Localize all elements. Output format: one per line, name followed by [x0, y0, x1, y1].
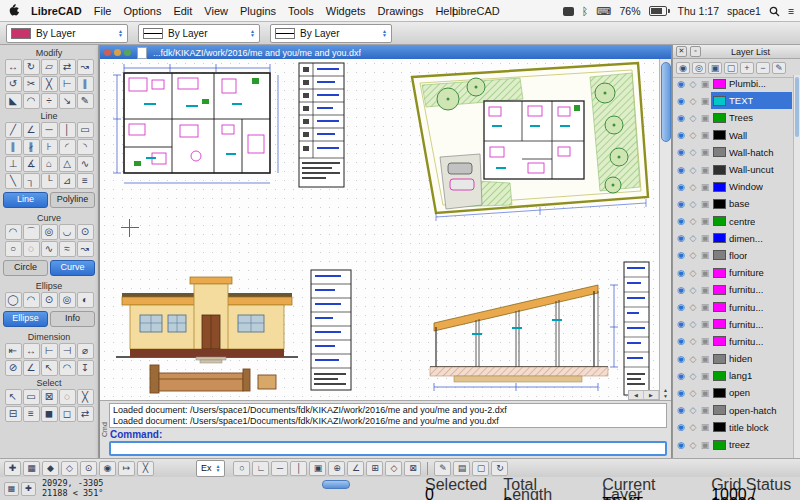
ortho-grid-icon[interactable]: ⊠	[404, 461, 421, 476]
spline-icon[interactable]: ∿	[41, 241, 58, 257]
print-preview-icon[interactable]: ▤	[453, 461, 470, 476]
menu-widgets[interactable]: Widgets	[320, 5, 372, 17]
arc-concentric-icon[interactable]: ◎	[41, 224, 58, 240]
snap-center-icon[interactable]: ⊙	[80, 461, 97, 476]
layer-color-swatch[interactable]	[713, 388, 726, 398]
layer-lock-icon[interactable]: ▣	[699, 440, 711, 450]
snap-distance-icon[interactable]: ↦	[118, 461, 135, 476]
bevel-icon[interactable]: ◣	[5, 93, 22, 109]
line-bisector-icon[interactable]: ⊦	[41, 139, 58, 155]
layer-color-swatch[interactable]	[713, 130, 726, 140]
layer-visibility-icon[interactable]: ◉	[675, 268, 687, 278]
dim-horizontal-icon[interactable]: ⊢	[41, 343, 58, 359]
select-intersected-icon[interactable]: ╳	[77, 389, 94, 405]
combo-arrows-icon[interactable]: ▲▼	[250, 29, 255, 37]
modify-layer-icon[interactable]: ✎	[772, 62, 786, 74]
vertical-scrollbar-arrows[interactable]: ▲▼	[660, 387, 671, 399]
layer-construction-icon[interactable]: ◇	[687, 233, 699, 243]
layer-lock-icon[interactable]: ▣	[699, 371, 711, 381]
select-layer-icon[interactable]: ≡	[23, 406, 40, 422]
move-rotate-icon[interactable]: ↝	[77, 59, 94, 75]
hide-all-layers-icon[interactable]: ◎	[692, 62, 706, 74]
draft-mode-icon[interactable]: ▢	[472, 461, 489, 476]
layer-row[interactable]: ◉◇▣hiden	[673, 350, 793, 367]
layer-row[interactable]: ◉◇▣open	[673, 384, 793, 401]
window-close-button[interactable]	[104, 49, 111, 56]
layer-visibility-icon[interactable]: ◉	[675, 388, 687, 398]
pen-color-combo[interactable]: By Layer▲▼	[6, 24, 128, 43]
line-angle-icon[interactable]: ∠	[23, 122, 40, 138]
line-horizontal-icon[interactable]: ─	[41, 122, 58, 138]
restrict-orthogonal-icon[interactable]: ∟	[252, 461, 269, 476]
layer-color-swatch[interactable]	[713, 165, 726, 175]
layer-color-swatch[interactable]	[713, 216, 726, 226]
layer-lock-icon[interactable]: ▣	[699, 285, 711, 295]
pen-width-combo[interactable]: By Layer▲▼	[138, 24, 260, 43]
layer-lock-icon[interactable]: ▣	[699, 96, 711, 106]
layer-color-swatch[interactable]	[713, 79, 726, 89]
layer-visibility-icon[interactable]: ◉	[675, 405, 687, 415]
divide-icon[interactable]: ÷	[41, 93, 58, 109]
trim-icon[interactable]: ✂	[23, 76, 40, 92]
layer-lock-icon[interactable]: ▣	[699, 354, 711, 364]
dim-vertical-icon[interactable]: ⊣	[59, 343, 76, 359]
layer-color-swatch[interactable]	[713, 422, 726, 432]
layer-color-swatch[interactable]	[713, 250, 726, 260]
spline-points-icon[interactable]: ≈	[59, 241, 76, 257]
ellipse-foci-icon[interactable]: ⊙	[41, 292, 58, 308]
layer-lock-icon[interactable]: ▣	[699, 405, 711, 415]
layer-construction-icon[interactable]: ◇	[687, 371, 699, 381]
layer-construction-icon[interactable]: ◇	[687, 113, 699, 123]
snap-indicator-icon[interactable]: ✚	[21, 482, 36, 496]
layer-row[interactable]: ◉◇▣Plumbi...	[673, 75, 793, 92]
line-parallel-icon[interactable]: ∥	[5, 139, 22, 155]
deselect-all-icon[interactable]: ◻	[59, 406, 76, 422]
rotate-two-icon[interactable]: ↺	[5, 76, 22, 92]
layer-color-swatch[interactable]	[713, 405, 726, 415]
layer-construction-icon[interactable]: ◇	[687, 199, 699, 209]
horizontal-scrollbar[interactable]: ◀▶	[628, 390, 660, 400]
panel-close-icon[interactable]: ✕	[676, 46, 687, 57]
layer-row[interactable]: ◉◇▣Wall-uncut	[673, 161, 793, 178]
isometric-grid-icon[interactable]: ◇	[385, 461, 402, 476]
layer-row[interactable]: ◉◇▣base	[673, 195, 793, 212]
layer-visibility-icon[interactable]: ◉	[675, 250, 687, 260]
multiline-icon[interactable]: ≡	[77, 173, 94, 189]
line-tangent-circles-icon[interactable]: ◝	[77, 139, 94, 155]
layer-visibility-icon[interactable]: ◉	[675, 182, 687, 192]
lock-relative-zero-icon[interactable]: ▣	[309, 461, 326, 476]
layer-visibility-icon[interactable]: ◉	[675, 147, 687, 157]
menu-plugins[interactable]: Plugins	[234, 5, 282, 17]
lock-all-layers-icon[interactable]: ▣	[708, 62, 722, 74]
line-two-points-icon[interactable]: ╱	[5, 122, 22, 138]
layer-visibility-icon[interactable]: ◉	[675, 371, 687, 381]
ellipse-axis-icon[interactable]: ◯	[5, 292, 22, 308]
layer-color-swatch[interactable]	[713, 319, 726, 329]
layer-construction-icon[interactable]: ◇	[687, 165, 699, 175]
grid-toggle-icon[interactable]: ⊞	[366, 461, 383, 476]
layer-construction-icon[interactable]: ◇	[687, 422, 699, 432]
line-rel-angle-icon[interactable]: ∡	[23, 156, 40, 172]
dock-tab-polyline[interactable]: Polyline	[50, 192, 95, 208]
toolbar-scroll-thumb[interactable]	[322, 480, 350, 489]
select-entity-icon[interactable]: ↖	[5, 389, 22, 405]
dim-aligned-icon[interactable]: ⇤	[5, 343, 22, 359]
line-offset-icon[interactable]: ╲	[5, 173, 22, 189]
dim-radial-icon[interactable]: ⌀	[77, 343, 94, 359]
show-all-layers-icon[interactable]: ◉	[676, 62, 690, 74]
layer-color-swatch[interactable]	[713, 354, 726, 364]
layer-construction-icon[interactable]: ◇	[687, 147, 699, 157]
layer-construction-icon[interactable]: ◇	[687, 182, 699, 192]
layer-visibility-icon[interactable]: ◉	[675, 199, 687, 209]
layer-lock-icon[interactable]: ▣	[699, 302, 711, 312]
layer-color-swatch[interactable]	[713, 96, 726, 106]
menu-drawings[interactable]: Drawings	[372, 5, 430, 17]
deselect-intersected-icon[interactable]: ⊟	[5, 406, 22, 422]
ellipse-arc-icon[interactable]: ◠	[23, 292, 40, 308]
layer-row[interactable]: ◉◇▣lang1	[673, 367, 793, 384]
layer-row[interactable]: ◉◇▣dimen...	[673, 230, 793, 247]
layer-visibility-icon[interactable]: ◉	[675, 113, 687, 123]
trim-two-icon[interactable]: ╳	[41, 76, 58, 92]
select-all-icon[interactable]: ◼	[41, 406, 58, 422]
layer-lock-icon[interactable]: ▣	[699, 182, 711, 192]
